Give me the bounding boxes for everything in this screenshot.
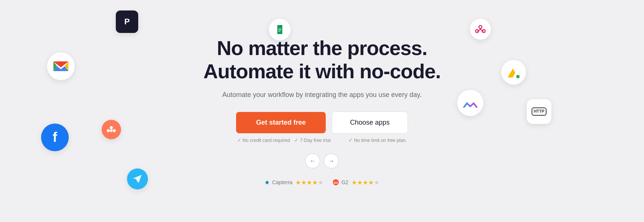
http-icon: HTTP: [527, 99, 551, 124]
free-trial-check: ✓ 7-Day free trial: [294, 137, 330, 143]
svg-point-9: [110, 126, 113, 129]
gmail-icon: [47, 52, 75, 80]
capterra-name: Capterra: [272, 179, 292, 185]
g2-rating: G2 G2 ★★★★★: [332, 179, 380, 186]
svg-marker-15: [265, 180, 269, 185]
no-cc-check: ✓ No credit card required: [237, 137, 290, 143]
cta-meta: ✓ No credit card required ✓ 7-Day free t…: [199, 137, 445, 143]
ratings-section: Capterra ★★★★★ G2 G2 ★★★★★: [199, 179, 445, 186]
hubspot-icon: [102, 120, 121, 139]
no-cc-label: No credit card required: [242, 138, 290, 143]
capterra-rating: Capterra ★★★★★: [264, 179, 323, 186]
g2-name: G2: [341, 179, 349, 185]
nav-arrows: ← →: [199, 153, 445, 168]
hero-subtitle: Automate your workflow by integrating th…: [199, 91, 445, 99]
g2-logo: G2 G2: [332, 179, 349, 186]
cta-meta-right: ✓ No time limit on free plan.: [349, 137, 407, 143]
webhook-icon: [470, 19, 491, 40]
svg-rect-3: [278, 31, 280, 31]
hero-section: No matter the process. Automate it with …: [199, 36, 445, 186]
next-arrow-button[interactable]: →: [324, 153, 339, 168]
svg-point-8: [516, 75, 520, 78]
hero-title-line2: Automate it with no-code.: [204, 60, 441, 82]
http-label: HTTP: [532, 107, 547, 115]
facebook-letter: f: [53, 130, 57, 145]
svg-rect-1: [278, 28, 281, 29]
capterra-logo: Capterra: [264, 179, 292, 185]
get-started-button[interactable]: Get started free: [236, 112, 326, 133]
hero-title-line1: No matter the process.: [217, 36, 427, 59]
cta-buttons: Get started free Choose apps: [199, 112, 445, 134]
free-trial-label: 7-Day free trial: [300, 138, 331, 143]
choose-apps-button[interactable]: Choose apps: [332, 112, 408, 134]
clickup-icon: [457, 90, 483, 116]
facebook-icon: f: [41, 124, 69, 151]
hero-title: No matter the process. Automate it with …: [199, 36, 445, 82]
google-ads-icon: [501, 60, 526, 85]
paragraph-letter: P: [124, 17, 130, 27]
prev-arrow-button[interactable]: ←: [305, 153, 320, 168]
g2-stars: ★★★★★: [352, 179, 380, 186]
cta-meta-left: ✓ No credit card required ✓ 7-Day free t…: [237, 137, 331, 143]
svg-rect-2: [278, 30, 281, 30]
svg-text:G2: G2: [334, 181, 338, 185]
paragraph-icon: P: [116, 10, 138, 33]
capterra-stars: ★★★★★: [295, 179, 323, 186]
no-time-limit-label: No time limit on free plan.: [354, 138, 407, 143]
telegram-icon: [127, 168, 148, 189]
no-time-limit-check: ✓ No time limit on free plan.: [349, 137, 407, 143]
